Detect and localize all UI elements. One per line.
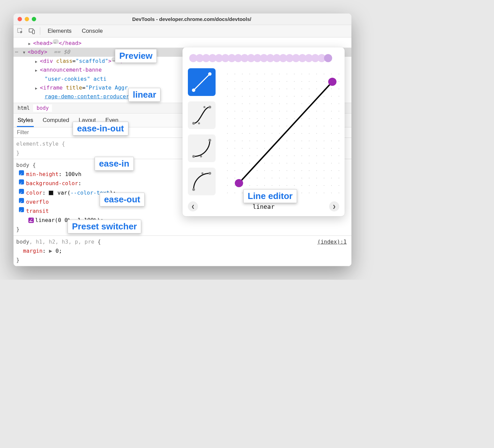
svg-rect-2: [32, 30, 34, 34]
current-preset-label: linear: [252, 203, 274, 210]
traffic-lights: [18, 17, 36, 21]
checkbox-icon[interactable]: [19, 189, 24, 194]
callout-preview: Preview: [115, 49, 157, 63]
crumb-body[interactable]: body: [33, 104, 52, 112]
svg-line-3: [194, 74, 210, 90]
window-title: DevTools - developer.chrome.com/docs/dev…: [36, 16, 347, 22]
svg-point-4: [192, 89, 195, 92]
svg-point-7: [208, 106, 211, 108]
preview-dot: [324, 54, 332, 62]
svg-point-15: [201, 172, 203, 174]
animation-preview[interactable]: [189, 53, 338, 64]
checkbox-icon[interactable]: [19, 198, 24, 203]
color-swatch-icon[interactable]: [49, 191, 53, 195]
device-toggle-icon[interactable]: [28, 28, 35, 34]
close-window-button[interactable]: [18, 17, 22, 21]
ellipsis-icon[interactable]: [53, 39, 59, 44]
crumb-html[interactable]: html: [14, 104, 33, 112]
callout-ease-out: ease-out: [100, 193, 145, 206]
prev-preset-button[interactable]: ❮: [188, 201, 198, 211]
dom-node-head[interactable]: ▶<head></head>: [14, 39, 351, 48]
titlebar: DevTools - developer.chrome.com/docs/dev…: [14, 14, 351, 25]
preset-list: [188, 68, 216, 197]
svg-point-10: [192, 155, 195, 158]
inspect-icon[interactable]: [17, 28, 24, 34]
callout-line-editor: Line editor: [243, 189, 297, 203]
svg-point-14: [208, 172, 211, 175]
svg-point-9: [203, 106, 205, 108]
chevron-left-icon: ❮: [191, 203, 195, 210]
svg-point-18: [328, 78, 337, 86]
svg-point-8: [198, 122, 200, 124]
pane-tab-styles[interactable]: Styles: [17, 116, 34, 127]
gutter-dots-icon: ⋯: [15, 48, 18, 56]
tab-elements[interactable]: Elements: [45, 26, 74, 36]
minimize-window-button[interactable]: [25, 17, 29, 21]
callout-ease-in-out: ease-in-out: [73, 122, 128, 135]
checkbox-icon[interactable]: [19, 207, 24, 212]
maximize-window-button[interactable]: [32, 17, 36, 21]
preset-ease-in-out[interactable]: [188, 101, 216, 129]
svg-point-13: [192, 188, 195, 191]
preset-ease-in[interactable]: [188, 134, 216, 162]
callout-linear: linear: [128, 88, 160, 102]
svg-point-17: [235, 179, 243, 187]
toolbar-separator: [40, 27, 40, 35]
rule-body-multi[interactable]: (index):1 body, h1, h2, h3, p, pre { mar…: [14, 236, 351, 267]
svg-point-11: [208, 139, 211, 142]
main-toolbar: Elements Console: [14, 25, 351, 38]
svg-line-16: [239, 82, 332, 183]
curve-editor[interactable]: [222, 68, 339, 197]
svg-point-6: [192, 122, 195, 125]
devtools-window: DevTools - developer.chrome.com/docs/dev…: [14, 14, 351, 266]
callout-preset-switcher: Preset switcher: [68, 220, 141, 233]
chevron-right-icon: ❯: [332, 203, 336, 210]
next-preset-button[interactable]: ❯: [329, 201, 339, 211]
preset-linear[interactable]: [188, 68, 216, 96]
easing-swatch-icon[interactable]: [28, 218, 34, 223]
checkbox-icon[interactable]: [19, 179, 24, 184]
callout-ease-in: ease-in: [95, 157, 134, 171]
pane-tab-computed[interactable]: Computed: [42, 116, 70, 125]
source-link[interactable]: (index):1: [317, 237, 349, 246]
tab-console[interactable]: Console: [79, 26, 105, 36]
preset-ease-out[interactable]: [188, 168, 216, 195]
svg-point-5: [208, 72, 212, 76]
svg-point-12: [200, 155, 202, 157]
checkbox-icon[interactable]: [19, 170, 24, 175]
